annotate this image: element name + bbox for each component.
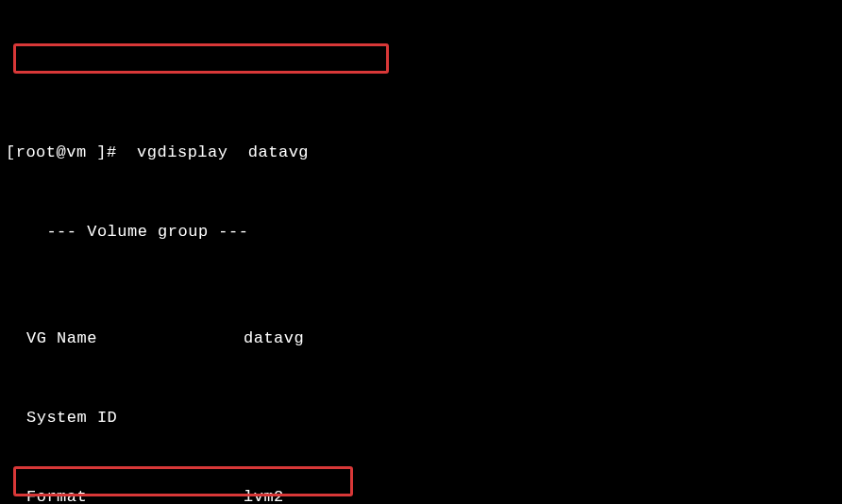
section-header: --- Volume group --- [6,219,836,245]
prompt-user: [root@vm ]# [6,143,117,161]
highlight-vg-name [13,43,389,74]
row-system-id: System ID [6,405,836,431]
prompt-line[interactable]: [root@vm ]# vgdisplay datavg [6,140,836,166]
command-text: vgdisplay datavg [117,143,309,161]
terminal-output: [root@vm ]# vgdisplay datavg --- Volume … [6,8,836,504]
row-format: Formatlvm2 [6,484,836,504]
row-vg-name: VG Namedatavg [6,326,836,352]
